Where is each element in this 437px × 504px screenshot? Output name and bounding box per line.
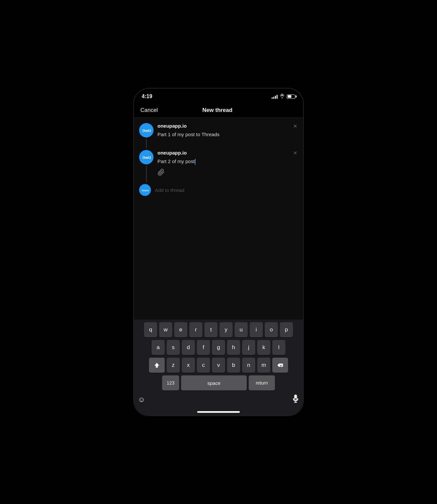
microphone-button[interactable] xyxy=(292,394,299,405)
post-2-close-button[interactable]: ✕ xyxy=(292,150,298,157)
post-2-right[interactable]: oneupapp.io ✕ Part 2 of my post xyxy=(157,150,298,183)
avatar-2: OneUp xyxy=(139,150,154,164)
key-e[interactable]: e xyxy=(174,322,187,337)
key-g[interactable]: g xyxy=(212,340,225,355)
shift-key[interactable] xyxy=(149,358,165,373)
key-i[interactable]: i xyxy=(250,322,263,337)
post-2-left: OneUp xyxy=(139,150,154,183)
wifi-icon xyxy=(280,94,285,99)
add-thread-placeholder: Add to thread xyxy=(155,187,184,193)
svg-text:OneUp: OneUp xyxy=(142,189,149,192)
post-1-right[interactable]: oneupapp.io ✕ Part 1 of my post to Threa… xyxy=(157,123,298,149)
key-q[interactable]: q xyxy=(144,322,157,337)
keyboard-row-4: 123 space return xyxy=(135,375,302,390)
space-key[interactable]: space xyxy=(181,375,247,390)
attachment-icon[interactable] xyxy=(157,169,298,178)
svg-text:OneUp: OneUp xyxy=(142,129,151,133)
post-1-left: OneUp xyxy=(139,123,154,149)
key-c[interactable]: c xyxy=(197,358,210,373)
key-m[interactable]: m xyxy=(257,358,270,373)
numbers-key[interactable]: 123 xyxy=(162,375,179,390)
avatar-small: OneUp xyxy=(139,184,151,196)
page-title: New thread xyxy=(202,107,233,114)
post-2-text: Part 2 of my post xyxy=(157,158,298,165)
svg-text:OneUp: OneUp xyxy=(142,156,151,159)
key-p[interactable]: p xyxy=(280,322,293,337)
key-f[interactable]: f xyxy=(197,340,210,355)
key-n[interactable]: n xyxy=(242,358,255,373)
svg-rect-3 xyxy=(295,395,297,399)
keyboard-row-1: q w e r t y u i o p xyxy=(135,322,302,337)
status-bar: 4:19 xyxy=(134,89,303,103)
post-2-header: oneupapp.io ✕ xyxy=(157,150,298,157)
key-u[interactable]: u xyxy=(235,322,248,337)
key-a[interactable]: a xyxy=(152,340,165,355)
battery-icon xyxy=(287,94,295,99)
key-v[interactable]: v xyxy=(212,358,225,373)
keyboard: q w e r t y u i o p a s d f g h j k xyxy=(134,320,303,415)
status-icons xyxy=(272,94,295,99)
delete-key[interactable] xyxy=(272,358,288,373)
post-1-header: oneupapp.io ✕ xyxy=(157,123,298,130)
post-1-close-button[interactable]: ✕ xyxy=(292,123,298,130)
keyboard-row-2: a s d f g h j k l xyxy=(135,340,302,355)
key-h[interactable]: h xyxy=(227,340,240,355)
post-2-username: oneupapp.io xyxy=(157,150,187,156)
nav-bar: Cancel New thread xyxy=(134,103,303,118)
signal-bars-icon xyxy=(272,94,278,99)
key-b[interactable]: b xyxy=(227,358,240,373)
post-1-username: oneupapp.io xyxy=(157,123,187,129)
key-l[interactable]: l xyxy=(272,340,285,355)
cancel-button[interactable]: Cancel xyxy=(140,107,158,114)
thread-line-2 xyxy=(146,166,147,183)
key-s[interactable]: s xyxy=(167,340,180,355)
key-d[interactable]: d xyxy=(182,340,195,355)
avatar-1: OneUp xyxy=(139,123,154,137)
key-x[interactable]: x xyxy=(182,358,195,373)
post-1-text: Part 1 of my post to Threads xyxy=(157,131,298,138)
emoji-button[interactable]: ☺ xyxy=(138,395,145,404)
key-z[interactable]: z xyxy=(167,358,180,373)
return-key[interactable]: return xyxy=(249,375,275,390)
key-y[interactable]: y xyxy=(219,322,233,337)
key-k[interactable]: k xyxy=(257,340,270,355)
key-t[interactable]: t xyxy=(204,322,218,337)
thread-post-1: OneUp oneupapp.io ✕ Part 1 of my post to… xyxy=(134,123,303,149)
add-thread-row[interactable]: OneUp Add to thread xyxy=(134,184,303,196)
key-o[interactable]: o xyxy=(265,322,278,337)
keyboard-row-3: z x c v b n m xyxy=(135,358,302,373)
home-indicator xyxy=(197,411,240,413)
thread-line xyxy=(146,139,147,149)
key-r[interactable]: r xyxy=(189,322,202,337)
thread-post-2: OneUp oneupapp.io ✕ Part 2 of my post xyxy=(134,150,303,183)
status-time: 4:19 xyxy=(142,94,152,99)
text-cursor xyxy=(195,159,196,165)
key-j[interactable]: j xyxy=(242,340,255,355)
key-w[interactable]: w xyxy=(159,322,172,337)
